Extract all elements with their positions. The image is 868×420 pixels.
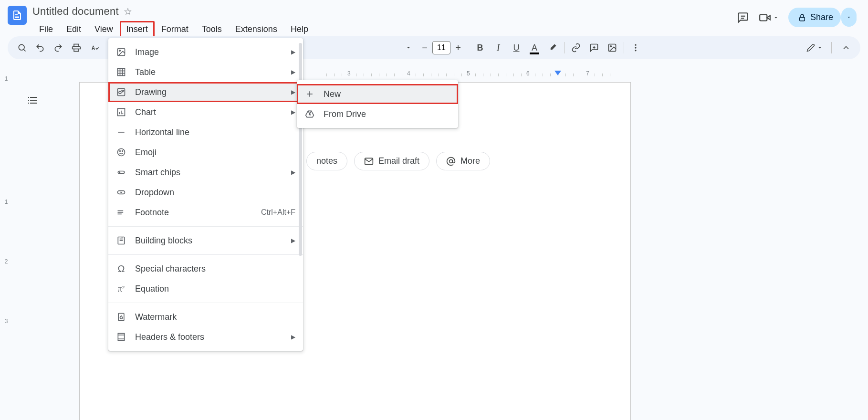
smart-chips-icon bbox=[116, 168, 126, 177]
share-dropdown-button[interactable] bbox=[841, 8, 857, 27]
undo-button[interactable] bbox=[31, 39, 49, 56]
editing-mode-button[interactable] bbox=[804, 39, 826, 56]
font-size-input[interactable] bbox=[432, 41, 450, 54]
horizontal-line-icon bbox=[116, 127, 126, 137]
svg-point-12 bbox=[610, 46, 612, 47]
vruler-label: 1 bbox=[0, 75, 12, 82]
chip-more[interactable]: More bbox=[436, 152, 490, 170]
share-label: Share bbox=[810, 12, 833, 22]
document-outline-button[interactable] bbox=[23, 91, 42, 110]
dropdown-chip-icon bbox=[116, 188, 126, 197]
svg-point-15 bbox=[635, 50, 636, 51]
svg-point-20 bbox=[119, 50, 121, 52]
template-chips: notes Email draft More bbox=[306, 152, 490, 170]
svg-point-36 bbox=[122, 151, 123, 152]
submenu-arrow-icon: ▶ bbox=[291, 169, 295, 176]
svg-rect-21 bbox=[118, 69, 125, 76]
spellcheck-button[interactable] bbox=[86, 39, 103, 56]
svg-rect-8 bbox=[74, 49, 79, 52]
svg-rect-45 bbox=[118, 334, 124, 341]
menu-divider bbox=[108, 303, 303, 303]
more-toolbar-button[interactable] bbox=[627, 39, 644, 56]
menu-item-dropdown[interactable]: Dropdown bbox=[108, 182, 303, 202]
submenu-arrow-icon: ▶ bbox=[291, 334, 295, 340]
menu-item-image[interactable]: Image ▶ bbox=[108, 42, 303, 62]
svg-line-6 bbox=[24, 50, 26, 52]
omega-icon: Ω bbox=[116, 263, 126, 274]
plus-icon bbox=[304, 89, 315, 99]
comment-history-button[interactable] bbox=[737, 11, 749, 24]
menu-view[interactable]: View bbox=[88, 21, 120, 38]
share-button[interactable]: Share bbox=[788, 8, 841, 27]
menu-item-emoji[interactable]: Emoji bbox=[108, 142, 303, 162]
chip-meeting-notes-partial[interactable]: notes bbox=[306, 152, 347, 170]
vruler-label: 1 bbox=[0, 199, 12, 205]
docs-logo[interactable] bbox=[8, 6, 27, 25]
menu-divider bbox=[108, 254, 303, 255]
menu-file[interactable]: File bbox=[32, 21, 60, 38]
meet-button[interactable] bbox=[759, 11, 779, 24]
hruler-label: 6 bbox=[526, 70, 530, 77]
submenu-arrow-icon: ▶ bbox=[291, 89, 295, 95]
font-size-decrease-button[interactable]: − bbox=[418, 41, 431, 54]
menu-item-footnote[interactable]: Footnote Ctrl+Alt+F bbox=[108, 202, 303, 222]
menu-extensions[interactable]: Extensions bbox=[229, 21, 284, 38]
submenu-item-new[interactable]: New bbox=[297, 84, 458, 104]
submenu-item-from-drive[interactable]: From Drive bbox=[297, 104, 458, 124]
insert-image-button[interactable] bbox=[604, 39, 621, 56]
equation-icon: π² bbox=[116, 284, 126, 294]
menu-item-headers-footers[interactable]: Headers & footers ▶ bbox=[108, 327, 303, 347]
zoom-dropdown[interactable] bbox=[400, 39, 417, 56]
menu-tools[interactable]: Tools bbox=[195, 21, 229, 38]
vertical-ruler: 1 1 2 3 bbox=[0, 70, 12, 420]
underline-button[interactable]: U bbox=[508, 39, 525, 56]
menu-edit[interactable]: Edit bbox=[60, 21, 88, 38]
menu-item-drawing[interactable]: Drawing ▶ bbox=[108, 82, 303, 102]
vruler-label: 3 bbox=[0, 318, 12, 325]
font-size-increase-button[interactable]: + bbox=[451, 41, 465, 54]
building-blocks-icon bbox=[116, 236, 126, 245]
menubar: File Edit View Insert Format Tools Exten… bbox=[32, 21, 737, 38]
redo-button[interactable] bbox=[50, 39, 67, 56]
menu-item-watermark[interactable]: Watermark bbox=[108, 307, 303, 327]
print-button[interactable] bbox=[68, 39, 85, 56]
menu-item-chart[interactable]: Chart ▶ bbox=[108, 102, 303, 122]
menu-item-smart-chips[interactable]: Smart chips ▶ bbox=[108, 162, 303, 182]
italic-button[interactable]: I bbox=[490, 39, 507, 56]
menu-help[interactable]: Help bbox=[284, 21, 315, 38]
submenu-arrow-icon: ▶ bbox=[291, 237, 295, 244]
highlight-color-button[interactable] bbox=[544, 39, 561, 56]
menu-item-equation[interactable]: π² Equation bbox=[108, 279, 303, 299]
menu-item-table[interactable]: Table ▶ bbox=[108, 62, 303, 82]
menu-divider bbox=[108, 226, 303, 227]
add-comment-button[interactable] bbox=[586, 39, 603, 56]
svg-point-5 bbox=[19, 44, 24, 50]
submenu-arrow-icon: ▶ bbox=[291, 109, 295, 116]
chip-email-draft[interactable]: Email draft bbox=[354, 152, 429, 170]
email-icon bbox=[364, 157, 374, 166]
svg-marker-28 bbox=[122, 90, 124, 92]
at-icon bbox=[446, 157, 456, 166]
right-indent-marker[interactable] bbox=[554, 71, 561, 76]
chart-icon bbox=[116, 107, 126, 117]
text-color-button[interactable]: A bbox=[526, 39, 543, 56]
svg-rect-2 bbox=[760, 14, 767, 21]
star-icon[interactable]: ☆ bbox=[124, 6, 132, 17]
svg-point-13 bbox=[635, 44, 636, 46]
menu-format[interactable]: Format bbox=[155, 21, 195, 38]
menu-item-horizontal-line[interactable]: Horizontal line bbox=[108, 122, 303, 142]
drawing-icon bbox=[116, 87, 126, 97]
document-title[interactable]: Untitled document bbox=[32, 5, 119, 18]
footnote-icon bbox=[116, 208, 126, 217]
insert-link-button[interactable] bbox=[567, 39, 585, 56]
collapse-toolbar-button[interactable] bbox=[837, 39, 855, 56]
svg-point-14 bbox=[635, 47, 636, 48]
menu-item-building-blocks[interactable]: Building blocks ▶ bbox=[108, 231, 303, 251]
menu-item-special-characters[interactable]: Ω Special characters bbox=[108, 259, 303, 279]
svg-point-34 bbox=[118, 149, 125, 156]
search-menu-button[interactable] bbox=[13, 39, 31, 56]
menu-insert[interactable]: Insert bbox=[120, 21, 155, 38]
insert-menu-dropdown: Image ▶ Table ▶ Drawing ▶ Chart ▶ Horizo… bbox=[108, 38, 303, 351]
hruler-label: 4 bbox=[407, 70, 410, 77]
bold-button[interactable]: B bbox=[471, 39, 489, 56]
